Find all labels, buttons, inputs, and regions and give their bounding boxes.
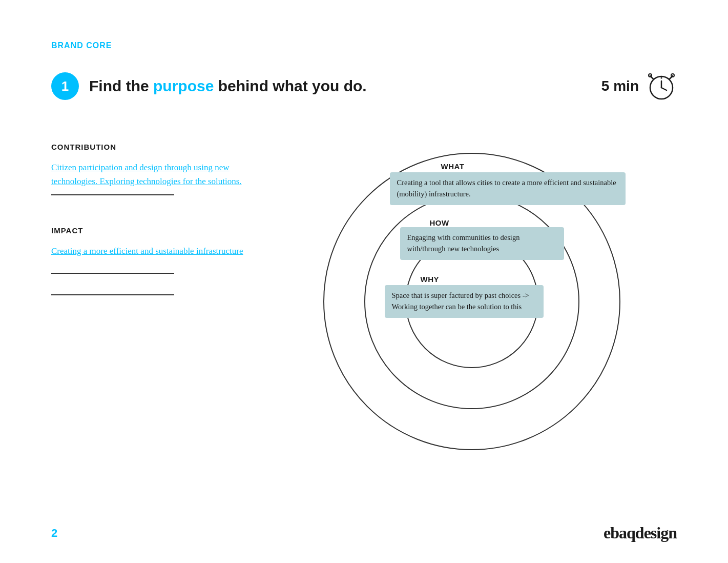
why-box: Space that is super factured by past cho…	[385, 285, 544, 318]
impact-lines	[51, 268, 266, 300]
brand-core-label: BRAND CORE	[51, 41, 677, 50]
left-panel: CONTRIBUTION Citizen participation and d…	[51, 127, 266, 476]
contribution-section: CONTRIBUTION Citizen participation and d…	[51, 143, 266, 195]
impact-label: IMPACT	[51, 226, 266, 235]
timer-label: 5 min	[601, 78, 639, 94]
logo: ebaqdesign	[604, 524, 677, 542]
step-header-left: 1 Find the purpose behind what you do.	[51, 72, 367, 100]
step-title-suffix: behind what you do.	[214, 77, 366, 94]
what-box: Creating a tool that allows cities to cr…	[390, 172, 626, 205]
impact-line-2	[51, 294, 174, 295]
step-title-prefix: Find the	[89, 77, 153, 94]
impact-section: IMPACT Creating a more efficient and sus…	[51, 226, 266, 300]
svg-point-7	[661, 77, 662, 79]
why-label: WHY	[421, 275, 440, 284]
diagram-area: WHAT Creating a tool that allows cities …	[266, 127, 677, 476]
page-number: 2	[51, 527, 57, 540]
clock-icon	[646, 71, 677, 102]
what-label: WHAT	[441, 162, 465, 171]
step-timer: 5 min	[601, 71, 677, 102]
step-title: Find the purpose behind what you do.	[89, 77, 367, 95]
step-badge: 1	[51, 72, 79, 100]
contribution-text: Citizen participation and design through…	[51, 160, 266, 188]
how-box: Engaging with communities to design with…	[400, 227, 564, 260]
impact-line-1	[51, 273, 174, 274]
circles-container: WHAT Creating a tool that allows cities …	[318, 148, 626, 455]
impact-text: Creating a more efficient and sustainabl…	[51, 244, 266, 258]
how-label: HOW	[430, 218, 449, 227]
contribution-underline	[51, 194, 174, 195]
step-title-highlight: purpose	[153, 77, 214, 94]
contribution-label: CONTRIBUTION	[51, 143, 266, 151]
svg-line-2	[661, 88, 667, 90]
page: BRAND CORE 1 Find the purpose behind wha…	[0, 0, 728, 563]
main-content: CONTRIBUTION Citizen participation and d…	[51, 127, 677, 476]
step-header: 1 Find the purpose behind what you do. 5…	[51, 71, 677, 102]
footer: 2 ebaqdesign	[51, 524, 677, 542]
